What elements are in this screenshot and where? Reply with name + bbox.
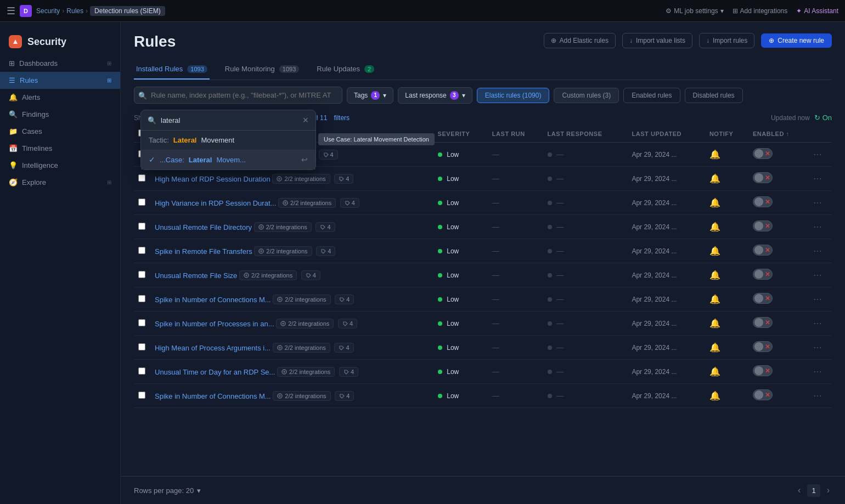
tab-rule-monitoring[interactable]: Rule Monitoring 1093 bbox=[223, 59, 302, 80]
toggle-10[interactable]: ✕ bbox=[753, 389, 773, 400]
row-more-2[interactable]: ⋯ bbox=[809, 191, 832, 215]
bell-icon-10[interactable]: 🔔 bbox=[709, 391, 720, 400]
select-all-checkbox-header[interactable] bbox=[134, 125, 150, 143]
rule-name-link-1[interactable]: High Mean of RDP Session Duration bbox=[155, 175, 271, 183]
more-icon-2[interactable]: ⋯ bbox=[813, 198, 822, 207]
create-new-rule-button[interactable]: ⊕ Create new rule bbox=[761, 33, 832, 48]
row-more-4[interactable]: ⋯ bbox=[809, 239, 832, 263]
row-more-0[interactable]: ⋯ bbox=[809, 143, 832, 167]
row-checkbox-2[interactable] bbox=[134, 191, 150, 215]
rule-name-link-0[interactable]: Unusual Remote File Extension bbox=[155, 151, 255, 159]
rule-name-link-4[interactable]: Spike in Remote File Transfers bbox=[155, 247, 252, 256]
more-icon-9[interactable]: ⋯ bbox=[813, 367, 822, 376]
row-more-7[interactable]: ⋯ bbox=[809, 312, 832, 336]
ai-assistant-button[interactable]: ✦ AI Assistant bbox=[796, 7, 838, 15]
rule-name-link-9[interactable]: Unusual Time or Day for an RDP Se... bbox=[155, 368, 275, 376]
toggle-2[interactable]: ✕ bbox=[753, 196, 773, 207]
tags-filter-button[interactable]: Tags 1 ▾ bbox=[347, 87, 393, 104]
row-notify-5[interactable]: 🔔 bbox=[705, 263, 748, 287]
row-checkbox-10[interactable] bbox=[134, 384, 150, 408]
import-rules-button[interactable]: ↓ Import rules bbox=[699, 33, 754, 48]
row-checkbox-1[interactable] bbox=[134, 167, 150, 191]
toggle-0[interactable]: ✕ bbox=[753, 148, 773, 159]
prev-page-button[interactable]: ‹ bbox=[796, 483, 803, 497]
more-icon-8[interactable]: ⋯ bbox=[813, 343, 822, 352]
toggle-1[interactable]: ✕ bbox=[753, 172, 773, 183]
row-more-5[interactable]: ⋯ bbox=[809, 263, 832, 287]
more-icon-6[interactable]: ⋯ bbox=[813, 295, 822, 304]
elastic-rules-filter-button[interactable]: Elastic rules (1090) bbox=[477, 88, 550, 103]
row-notify-3[interactable]: 🔔 bbox=[705, 215, 748, 239]
add-elastic-rules-button[interactable]: ⊕ Add Elastic rules bbox=[544, 33, 616, 48]
toggle-9[interactable]: ✕ bbox=[753, 365, 773, 376]
sidebar-item-alerts[interactable]: 🔔 Alerts bbox=[0, 89, 120, 106]
bell-icon-4[interactable]: 🔔 bbox=[709, 246, 720, 256]
row-notify-6[interactable]: 🔔 bbox=[705, 287, 748, 312]
rule-name-link-8[interactable]: High Mean of Process Arguments i... bbox=[155, 344, 271, 352]
more-icon-10[interactable]: ⋯ bbox=[813, 391, 822, 400]
import-value-lists-button[interactable]: ↓ Import value lists bbox=[622, 33, 692, 48]
toggle-3[interactable]: ✕ bbox=[753, 220, 773, 231]
sidebar-item-intelligence[interactable]: 💡 Intelligence bbox=[0, 157, 120, 174]
bell-icon-3[interactable]: 🔔 bbox=[709, 222, 720, 231]
row-more-8[interactable]: ⋯ bbox=[809, 336, 832, 360]
more-icon-1[interactable]: ⋯ bbox=[813, 174, 822, 183]
rule-name-link-2[interactable]: High Variance in RDP Session Durat... bbox=[155, 199, 276, 207]
row-notify-9[interactable]: 🔔 bbox=[705, 360, 748, 384]
row-checkbox-3[interactable] bbox=[134, 215, 150, 239]
row-notify-0[interactable]: 🔔 bbox=[705, 143, 748, 167]
row-checkbox-9[interactable] bbox=[134, 360, 150, 384]
rule-name-link-3[interactable]: Unusual Remote File Directory bbox=[155, 223, 252, 231]
bell-icon-2[interactable]: 🔔 bbox=[709, 198, 720, 207]
row-checkbox-8[interactable] bbox=[134, 336, 150, 360]
sidebar-item-timelines[interactable]: 📅 Timelines bbox=[0, 140, 120, 157]
sidebar-item-rules[interactable]: ☰ Rules ⊞ bbox=[0, 72, 120, 89]
add-integrations-button[interactable]: ⊞ Add integrations bbox=[733, 7, 788, 15]
breadcrumb-rules[interactable]: Rules bbox=[66, 7, 83, 15]
more-icon-4[interactable]: ⋯ bbox=[813, 246, 822, 256]
toggle-8[interactable]: ✕ bbox=[753, 341, 773, 352]
row-checkbox-6[interactable] bbox=[134, 287, 150, 312]
row-more-3[interactable]: ⋯ bbox=[809, 215, 832, 239]
row-more-6[interactable]: ⋯ bbox=[809, 287, 832, 312]
tab-installed-rules[interactable]: Installed Rules 1093 bbox=[134, 59, 210, 80]
row-notify-1[interactable]: 🔔 bbox=[705, 167, 748, 191]
toggle-4[interactable]: ✕ bbox=[753, 245, 773, 256]
more-icon-3[interactable]: ⋯ bbox=[813, 222, 822, 231]
row-checkbox-5[interactable] bbox=[134, 263, 150, 287]
row-notify-4[interactable]: 🔔 bbox=[705, 239, 748, 263]
rule-name-link-6[interactable]: Spike in Number of Connections M... bbox=[155, 296, 271, 304]
tab-rule-updates[interactable]: Rule Updates 2 bbox=[314, 59, 376, 80]
rule-name-link-7[interactable]: Spike in Number of Processes in an... bbox=[155, 320, 274, 328]
clear-filters-link[interactable]: filters bbox=[334, 114, 350, 122]
on-toggle[interactable]: ↻ On bbox=[814, 114, 832, 122]
row-more-9[interactable]: ⋯ bbox=[809, 360, 832, 384]
breadcrumb-security[interactable]: Security bbox=[36, 7, 60, 15]
sidebar-item-findings[interactable]: 🔍 Findings bbox=[0, 106, 120, 123]
row-more-10[interactable]: ⋯ bbox=[809, 384, 832, 408]
toggle-7[interactable]: ✕ bbox=[753, 317, 773, 328]
select-all-link[interactable]: ↩ Select all 11 bbox=[284, 114, 327, 122]
row-checkbox-7[interactable] bbox=[134, 312, 150, 336]
rule-name-link-10[interactable]: Spike in Number of Connections M... bbox=[155, 392, 271, 400]
bell-icon-6[interactable]: 🔔 bbox=[709, 295, 720, 304]
disabled-rules-button[interactable]: Disabled rules bbox=[685, 88, 743, 103]
more-icon-7[interactable]: ⋯ bbox=[813, 319, 822, 328]
bell-icon-8[interactable]: 🔔 bbox=[709, 343, 720, 352]
bell-icon-0[interactable]: 🔔 bbox=[709, 150, 720, 159]
more-icon-5[interactable]: ⋯ bbox=[813, 270, 822, 280]
row-notify-7[interactable]: 🔔 bbox=[705, 312, 748, 336]
sidebar-item-cases[interactable]: 📁 Cases bbox=[0, 123, 120, 140]
ml-job-settings-button[interactable]: ⚙ ML job settings ▾ bbox=[666, 7, 723, 15]
bell-icon-7[interactable]: 🔔 bbox=[709, 319, 720, 328]
toggle-6[interactable]: ✕ bbox=[753, 293, 773, 304]
row-notify-8[interactable]: 🔔 bbox=[705, 336, 748, 360]
row-more-1[interactable]: ⋯ bbox=[809, 167, 832, 191]
more-icon-0[interactable]: ⋯ bbox=[813, 150, 822, 159]
bell-icon-9[interactable]: 🔔 bbox=[709, 367, 720, 376]
last-response-filter-button[interactable]: Last response 3 ▾ bbox=[398, 87, 472, 104]
toggle-5[interactable]: ✕ bbox=[753, 269, 773, 280]
bell-icon-5[interactable]: 🔔 bbox=[709, 270, 720, 280]
custom-rules-filter-button[interactable]: Custom rules (3) bbox=[554, 88, 619, 103]
row-checkbox-4[interactable] bbox=[134, 239, 150, 263]
